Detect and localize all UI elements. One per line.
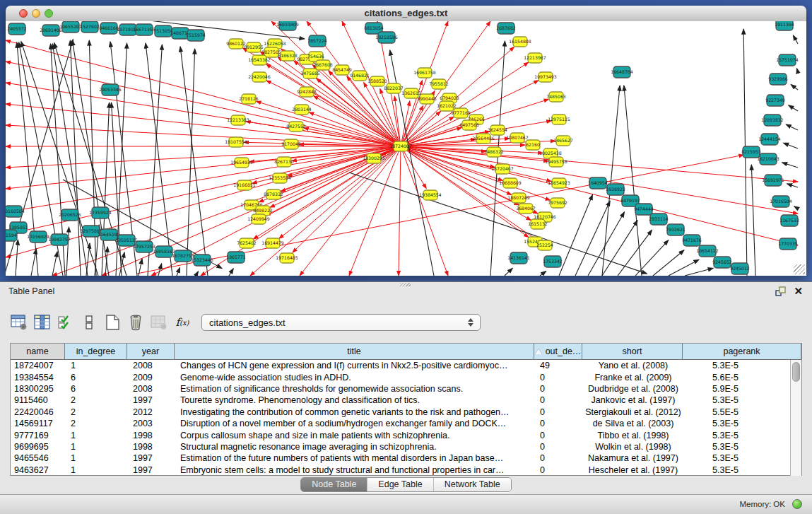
cell-indegree[interactable]: 1 (65, 442, 127, 452)
column-header-outde[interactable]: out_de… (534, 344, 582, 359)
table-row[interactable]: 911546021997Tourette syndrome. Phenomeno… (11, 395, 790, 406)
table-row[interactable]: 977716911998Corpus callosum shape and si… (11, 429, 790, 440)
cell-short[interactable]: Nakamura et al. (1997) (582, 453, 683, 463)
cell-indegree[interactable]: 6 (65, 384, 127, 394)
table-row[interactable]: 969969511998Structural magnetic resonanc… (11, 441, 790, 452)
cell-title[interactable]: Estimation of the future numbers of pati… (175, 453, 534, 463)
table-selector-dropdown[interactable]: citations_edges.txt (201, 314, 481, 331)
cell-indegree[interactable]: 1 (65, 453, 127, 463)
cell-outdegree[interactable]: 0 (534, 453, 582, 463)
cell-title[interactable]: Estimation of significance thresholds fo… (175, 384, 534, 394)
table-row[interactable]: 1938455462009Genome-wide association stu… (11, 371, 790, 382)
column-header-year[interactable]: year (127, 344, 175, 359)
cell-title[interactable]: Investigating the contribution of common… (175, 407, 534, 417)
cell-pagerank[interactable]: 5.3E-5 (683, 419, 790, 428)
window-titlebar[interactable]: citations_edges.txt (6, 6, 806, 22)
cell-name[interactable]: 14569117 (11, 419, 65, 428)
cell-indegree[interactable]: 1 (65, 465, 127, 475)
cell-indegree[interactable]: 6 (65, 373, 127, 382)
cell-year[interactable]: 2008 (127, 384, 175, 394)
cell-year[interactable]: 1998 (127, 431, 175, 440)
new-table-icon[interactable] (103, 313, 122, 332)
cell-name[interactable]: 9777169 (11, 431, 65, 440)
cell-indegree[interactable]: 1 (65, 361, 127, 370)
cell-name[interactable]: 22420046 (11, 407, 65, 417)
cell-year[interactable]: 2009 (127, 373, 175, 382)
canvas-resize-grip-icon[interactable] (794, 264, 805, 274)
network-graph[interactable]: 9860122891295515226058982750516543382818… (6, 21, 806, 276)
cell-title[interactable]: Disruption of a novel member of a sodium… (175, 419, 534, 428)
cell-short[interactable]: Yano et al. (2008) (582, 361, 683, 370)
cell-short[interactable]: Dudbridge et al. (2008) (582, 384, 683, 394)
cell-pagerank[interactable]: 5.3E-5 (683, 431, 790, 440)
column-header-pagerank[interactable]: pagerank (683, 344, 801, 359)
cell-year[interactable]: 1997 (127, 453, 175, 463)
cell-outdegree[interactable]: 0 (534, 384, 582, 394)
tab-node-table[interactable]: Node Table (301, 478, 367, 491)
cell-year[interactable]: 2003 (127, 419, 175, 428)
cell-short[interactable]: Tibbo et al. (1998) (582, 431, 683, 440)
cell-title[interactable]: Changes of HCN gene expression and I(f) … (175, 361, 534, 370)
table-vertical-scrollbar[interactable] (790, 360, 801, 476)
cell-title[interactable]: Corpus callosum shape and size in male p… (175, 431, 534, 440)
cell-indegree[interactable]: 2 (65, 419, 127, 428)
cell-outdegree[interactable]: 0 (534, 419, 582, 428)
float-panel-icon[interactable] (775, 286, 787, 297)
select-column-icon[interactable] (33, 313, 52, 332)
cell-pagerank[interactable]: 5.9E-5 (683, 384, 790, 394)
cell-year[interactable]: 1997 (127, 465, 175, 475)
table-row[interactable]: 1456911722003Disruption of a novel membe… (11, 418, 790, 429)
cell-outdegree[interactable]: 0 (534, 465, 582, 475)
cell-outdegree[interactable]: 0 (534, 431, 582, 440)
cell-title[interactable]: Tourette syndrome. Phenomenology and cla… (175, 395, 534, 405)
cell-title[interactable]: Structural magnetic resonance image aver… (175, 442, 534, 452)
clear-selection-icon[interactable] (80, 313, 98, 332)
cell-short[interactable]: Stergiakouli et al. (2012) (582, 407, 683, 417)
column-header-title[interactable]: title (175, 344, 534, 359)
cell-short[interactable]: Hescheler et al. (1997) (582, 465, 683, 475)
table-row[interactable]: 2242004622012Investigating the contribut… (11, 407, 790, 418)
column-header-name[interactable]: name (11, 344, 65, 359)
cell-outdegree[interactable]: 0 (534, 395, 582, 405)
cell-pagerank[interactable]: 5.3E-5 (683, 453, 790, 463)
cell-short[interactable]: Jankovic et al. (1997) (582, 395, 683, 405)
close-panel-icon[interactable]: ✕ (794, 285, 803, 298)
scrollbar-thumb[interactable] (792, 362, 800, 382)
cell-indegree[interactable]: 1 (65, 431, 127, 440)
cell-short[interactable]: Wolkin et al. (1998) (582, 442, 683, 452)
cell-name[interactable]: 19384554 (11, 373, 65, 382)
cell-name[interactable]: 9465546 (11, 453, 65, 463)
table-row[interactable]: 946554611997Estimation of the future num… (11, 452, 790, 464)
cell-outdegree[interactable]: 0 (534, 373, 582, 382)
function-builder-icon[interactable]: f(x) (173, 313, 192, 332)
cell-year[interactable]: 2012 (127, 407, 175, 417)
cell-name[interactable]: 9115460 (11, 395, 65, 405)
cell-indegree[interactable]: 2 (65, 407, 127, 417)
tab-network-table[interactable]: Network Table (434, 478, 511, 491)
cell-name[interactable]: 18724007 (11, 361, 65, 370)
cell-title[interactable]: Genome-wide association studies in ADHD. (175, 373, 534, 382)
delete-rows-icon[interactable] (126, 313, 145, 332)
table-settings-icon[interactable] (10, 313, 28, 332)
cell-outdegree[interactable]: 49 (534, 361, 582, 370)
cell-title[interactable]: Embryonic stem cells: a model to study s… (175, 465, 534, 475)
cell-year[interactable]: 1997 (127, 395, 175, 405)
cell-year[interactable]: 1998 (127, 442, 175, 452)
cell-name[interactable]: 9699695 (11, 442, 65, 452)
cell-outdegree[interactable]: 0 (534, 407, 582, 417)
cell-pagerank[interactable]: 5.3E-5 (683, 361, 790, 370)
table-row[interactable]: 946362711997Embryonic stem cells: a mode… (11, 465, 790, 476)
cell-outdegree[interactable]: 0 (534, 442, 582, 452)
cell-name[interactable]: 18300295 (11, 384, 65, 394)
tab-edge-table[interactable]: Edge Table (367, 478, 433, 491)
cell-pagerank[interactable]: 5.6E-5 (683, 373, 790, 382)
memory-status-icon[interactable] (792, 499, 802, 509)
cell-pagerank[interactable]: 5.3E-5 (683, 442, 790, 452)
cell-pagerank[interactable]: 5.3E-5 (683, 395, 790, 405)
cell-pagerank[interactable]: 5.5E-5 (683, 407, 790, 417)
cell-name[interactable]: 9463627 (11, 465, 65, 475)
table-row[interactable]: 1830029562008Estimation of significance … (11, 383, 790, 395)
select-rows-icon[interactable] (57, 313, 75, 332)
column-header-short[interactable]: short (582, 344, 683, 359)
cell-indegree[interactable]: 2 (65, 395, 127, 405)
